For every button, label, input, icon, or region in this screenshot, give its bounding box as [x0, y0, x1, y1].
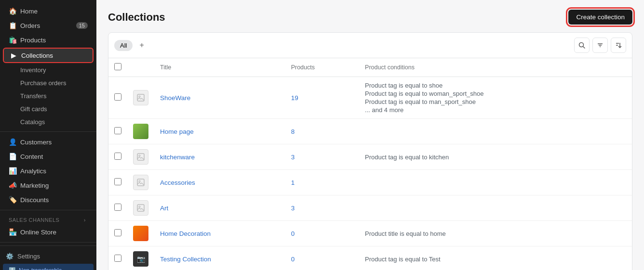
add-tab-button[interactable]: + — [136, 40, 147, 51]
sidebar-item-label: Products — [20, 37, 46, 44]
sidebar-item-label: Analytics — [20, 167, 46, 175]
sidebar-item-gift-cards[interactable]: Gift cards — [3, 103, 94, 115]
row-checkbox[interactable] — [114, 204, 121, 211]
table-row: Accessories1 — [108, 170, 632, 195]
settings-icon: ⚙️ — [6, 253, 13, 260]
collection-name-link[interactable]: ShoeWare — [160, 94, 190, 102]
conditions-header: Product conditions — [359, 58, 632, 77]
sidebar-item-products[interactable]: 🛍️ Products — [3, 33, 94, 47]
sidebar-item-home[interactable]: 🏠 Home — [3, 4, 94, 18]
collections-table-card: All + — [108, 32, 632, 270]
products-count: 0 — [291, 230, 295, 237]
content-icon: 📄 — [9, 153, 16, 160]
product-conditions: Product tag is equal to Test — [365, 256, 626, 263]
sidebar-item-marketing[interactable]: 📣 Marketing — [3, 179, 94, 192]
toolbar-actions — [574, 38, 626, 53]
sidebar-item-purchase-orders[interactable]: Purchase orders — [3, 77, 94, 89]
product-conditions: Product tag is equal to shoeProduct tag … — [365, 82, 626, 114]
sidebar: 🏠 Home 📋 Orders 15 🛍️ Products ▶ Collect… — [0, 0, 96, 270]
sidebar-item-customers[interactable]: 👤 Customers — [3, 135, 94, 149]
products-count: 3 — [291, 205, 295, 212]
table-row: Art3 — [108, 195, 632, 221]
products-count: 3 — [291, 154, 295, 161]
sort-button[interactable] — [611, 38, 626, 53]
table-row: ShoeWare19Product tag is equal to shoePr… — [108, 77, 632, 119]
sidebar-item-online-store[interactable]: 🏪 Online Store — [3, 225, 94, 239]
collection-thumbnail: 📷 — [133, 251, 148, 267]
collection-name-link[interactable]: Art — [160, 205, 168, 212]
products-count: 19 — [291, 94, 298, 102]
product-conditions: Product title is equal to home — [365, 230, 626, 237]
sidebar-item-catalogs[interactable]: Catalogs — [3, 116, 94, 128]
row-checkbox[interactable] — [114, 229, 121, 236]
sidebar-item-inventory[interactable]: Inventory — [3, 64, 94, 76]
table-row: kitchenware3Product tag is equal to kitc… — [108, 144, 632, 170]
collections-icon: ▶ — [10, 51, 17, 59]
orders-icon: 📋 — [9, 22, 16, 29]
sidebar-item-label: Online Store — [20, 229, 56, 236]
discounts-icon: 🏷️ — [9, 196, 16, 204]
svg-point-9 — [139, 96, 140, 97]
sidebar-item-content[interactable]: 📄 Content — [3, 150, 94, 163]
table-toolbar: All + — [108, 33, 632, 58]
sidebar-item-label: Discounts — [20, 196, 49, 204]
marketing-icon: 📣 — [9, 181, 16, 189]
products-count: 1 — [291, 179, 295, 186]
row-checkbox[interactable] — [114, 255, 121, 262]
non-transferable-label: Non-transferable — [19, 267, 62, 270]
sidebar-item-settings[interactable]: ⚙️ Settings — [0, 250, 96, 263]
products-count: 0 — [291, 256, 295, 263]
sidebar-bottom: ⚙️ Settings ℹ️ Non-transferable — [0, 245, 96, 270]
create-collection-button[interactable]: Create collection — [568, 10, 632, 25]
collection-name-link[interactable]: Testing Collection — [160, 256, 211, 263]
svg-rect-12 — [137, 179, 144, 186]
settings-label: Settings — [17, 253, 40, 260]
condition-item: ... and 4 more — [365, 106, 626, 114]
table-row: Home page8 — [108, 119, 632, 144]
sidebar-divider — [0, 131, 96, 132]
sidebar-item-discounts[interactable]: 🏷️ Discounts — [3, 193, 94, 206]
condition-item: Product tag is equal to kitchen — [365, 154, 626, 161]
sidebar-item-label: Catalogs — [20, 118, 45, 126]
sidebar-item-label: Inventory — [20, 66, 46, 74]
sidebar-item-label: Customers — [20, 139, 52, 146]
sidebar-divider-2 — [0, 210, 96, 210]
collection-thumbnail-placeholder — [133, 175, 148, 190]
svg-line-1 — [583, 47, 585, 49]
sidebar-item-collections[interactable]: ▶ Collections — [3, 48, 94, 63]
svg-rect-14 — [137, 205, 144, 211]
collection-name-link[interactable]: Accessories — [160, 179, 195, 186]
collection-name-link[interactable]: Home Decoration — [160, 230, 211, 237]
sidebar-item-label: Collections — [21, 52, 53, 59]
select-all-checkbox[interactable] — [114, 63, 121, 70]
table-row: 📷Testing Collection0Product tag is equal… — [108, 246, 632, 270]
collection-name-link[interactable]: kitchenware — [160, 154, 195, 161]
svg-point-11 — [139, 155, 140, 156]
info-icon: ℹ️ — [9, 267, 16, 270]
collection-thumbnail-placeholder — [133, 149, 148, 165]
condition-item: Product tag is equal to woman_sport_shoe — [365, 90, 626, 97]
svg-rect-8 — [137, 94, 144, 101]
sales-channels-section: Sales channels › — [0, 213, 96, 225]
sidebar-item-orders[interactable]: 📋 Orders 15 — [3, 19, 94, 32]
row-checkbox[interactable] — [114, 178, 121, 185]
svg-rect-10 — [137, 154, 144, 160]
row-checkbox[interactable] — [114, 93, 121, 101]
home-icon: 🏠 — [9, 7, 16, 15]
sidebar-item-transfers[interactable]: Transfers — [3, 90, 94, 102]
condition-item: Product tag is equal to Test — [365, 256, 626, 263]
table-body: ShoeWare19Product tag is equal to shoePr… — [108, 77, 632, 270]
non-transferable-bar: ℹ️ Non-transferable — [3, 264, 94, 270]
sidebar-item-analytics[interactable]: 📊 Analytics — [3, 164, 94, 178]
orders-badge: 15 — [76, 22, 88, 29]
sidebar-item-label: Orders — [20, 22, 40, 29]
page-title: Collections — [108, 11, 165, 24]
collection-name-link[interactable]: Home page — [160, 128, 194, 135]
filter-button[interactable] — [592, 38, 608, 53]
row-checkbox[interactable] — [114, 127, 121, 134]
analytics-icon: 📊 — [9, 167, 16, 175]
row-checkbox[interactable] — [114, 153, 121, 160]
search-button[interactable] — [574, 38, 590, 53]
products-count: 8 — [291, 128, 295, 135]
tab-all[interactable]: All — [114, 40, 133, 51]
